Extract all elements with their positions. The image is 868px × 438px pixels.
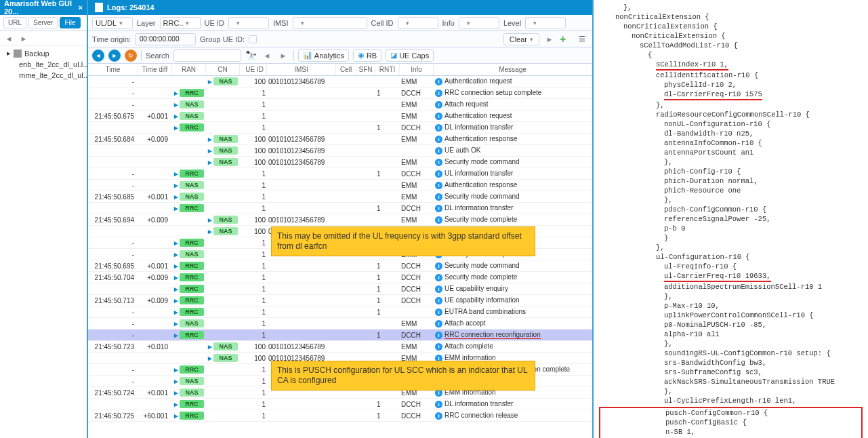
- table-row[interactable]: -▸RRC11DCCHiRRC connection setup complet…: [88, 87, 592, 99]
- info-icon: i: [435, 89, 442, 97]
- cell-ran: ▸RRC: [172, 285, 206, 294]
- url-button[interactable]: URL: [3, 17, 26, 28]
- logs-tab[interactable]: Logs: 254014: [88, 0, 161, 15]
- col-ran[interactable]: RAN: [172, 64, 206, 75]
- table-row[interactable]: -▸NAS1EMMiAttach request: [88, 99, 592, 111]
- col-time[interactable]: Time: [88, 64, 138, 75]
- group-ueid-label: Group UE ID:: [200, 35, 245, 43]
- rb-button[interactable]: ◉RB: [353, 49, 381, 62]
- arrow-icon: ▸: [174, 239, 178, 247]
- table-row[interactable]: 21:45:50.713+0.009▸RRC11DCCHiUE capabili…: [88, 295, 592, 306]
- table-row[interactable]: ▸RRC11DCCHiUE capability enquiry: [88, 283, 592, 295]
- cell-ueid: 1: [240, 412, 267, 420]
- col-msg[interactable]: Message: [434, 64, 592, 75]
- layer-badge: RRC: [180, 331, 204, 339]
- cell-ran: ▸RRC: [172, 412, 206, 420]
- col-sfn[interactable]: SFN: [356, 64, 375, 75]
- arrow-icon: ▸: [174, 412, 178, 420]
- time-origin-input[interactable]: 00:00:00.000: [135, 33, 196, 45]
- col-cell[interactable]: Cell: [336, 64, 356, 75]
- layer-select[interactable]: RRC..▾: [160, 17, 201, 29]
- highlighted-text: sCellIndex-r10 1,: [656, 60, 728, 71]
- col-cn[interactable]: CN: [206, 64, 240, 75]
- detail-line: alpha-r10 al1: [599, 330, 863, 339]
- col-rnti[interactable]: RNTI: [375, 64, 400, 75]
- cellid-select[interactable]: ▾: [398, 17, 438, 29]
- refresh-button[interactable]: ↻: [125, 49, 137, 62]
- clear-button[interactable]: Clear▾: [503, 33, 539, 45]
- imsi-select[interactable]: ▾: [293, 17, 367, 29]
- info-select[interactable]: ▾: [459, 17, 499, 29]
- table-row[interactable]: ▸RRC11DCCHiDL information transfer: [88, 203, 592, 214]
- cell-ran: ▸NAS: [172, 250, 206, 259]
- search-next-icon[interactable]: ►: [277, 49, 289, 62]
- table-row[interactable]: ▸RRC11DCCHiDL information transfer: [88, 399, 592, 410]
- cell-diff: +0.010: [138, 343, 172, 351]
- table-row[interactable]: -▸RRC11iEUTRA band combinations: [88, 306, 592, 318]
- menu-icon[interactable]: ☰: [576, 33, 588, 45]
- table-row[interactable]: ▸NAS100001010123456789EMMiSecurity mode …: [88, 157, 592, 168]
- info-icon: i: [435, 170, 442, 178]
- search-input[interactable]: [173, 49, 241, 62]
- table-row[interactable]: -▸RRC11DCCHiUL information transfer: [88, 168, 592, 180]
- table-row[interactable]: 21:45:50.685+0.001▸NAS1EMMiSecurity mode…: [88, 191, 592, 203]
- tree-file[interactable]: enb_lte_2cc_dl_ul.l...: [0, 59, 87, 70]
- col-info[interactable]: Info: [400, 64, 434, 75]
- detail-line: additionalSpectrumEmissionSCell-r10 1: [599, 282, 863, 292]
- nav-fwd-icon[interactable]: ►: [18, 33, 30, 45]
- nav-next-icon[interactable]: ►: [543, 33, 556, 45]
- binoculars-icon[interactable]: 🔭: [245, 50, 257, 61]
- nav-back-icon[interactable]: ◄: [3, 33, 15, 45]
- table-row[interactable]: -▸NAS1EMMiAuthentication response: [88, 180, 592, 191]
- server-button[interactable]: Server: [28, 17, 58, 28]
- sidebar-tab[interactable]: Amarisoft Web GUI 20... ×: [0, 0, 87, 15]
- layer-badge: NAS: [213, 354, 238, 362]
- detail-panel[interactable]: },nonCriticalExtension {nonCriticalExten…: [594, 0, 868, 438]
- table-row[interactable]: ▸RRC11DCCHiDL information transfer: [88, 122, 592, 134]
- col-diff[interactable]: Time diff: [138, 64, 172, 75]
- cell-cn: ▸NAS: [206, 216, 240, 224]
- table-row[interactable]: 21:45:50.723+0.010▸NAS100001010123456789…: [88, 341, 592, 353]
- cell-diff: +0.009: [138, 274, 172, 281]
- cell-diff: +0.009: [138, 216, 172, 224]
- analytics-button[interactable]: 📊Analytics: [298, 49, 349, 62]
- table-row[interactable]: -▸NAS1EMMiAttach accept: [88, 318, 592, 330]
- add-button[interactable]: +: [560, 33, 572, 45]
- main-panel: Logs: 254014 UL/DL▾ Layer RRC..▾ UE ID ▾…: [88, 0, 594, 438]
- table-row[interactable]: 21:46:50.725+60.001▸RRC11DCCHiRRC connec…: [88, 410, 592, 422]
- layer-badge: NAS: [180, 181, 204, 189]
- group-ueid-checkbox[interactable]: [249, 35, 257, 43]
- close-icon[interactable]: ×: [79, 3, 83, 12]
- uldl-select[interactable]: UL/DL▾: [92, 17, 133, 29]
- col-imsi[interactable]: IMSI: [267, 64, 336, 75]
- file-button[interactable]: File: [60, 17, 80, 28]
- ueid-select[interactable]: ▾: [228, 17, 269, 29]
- table-row[interactable]: -▸NAS100001010123456789EMMiAuthenticatio…: [88, 76, 592, 87]
- table-row[interactable]: 21:45:50.704+0.009▸RRC11DCCHiSecurity mo…: [88, 272, 592, 283]
- tree-file[interactable]: mme_lte_2cc_dl_ul...: [0, 70, 87, 81]
- col-ueid[interactable]: UE ID: [240, 64, 267, 75]
- table-row[interactable]: -▸RRC11DCCHiRRC connection reconfigurati…: [88, 330, 592, 341]
- chevron-right-icon: ▸: [7, 49, 11, 58]
- cell-ueid: 1: [240, 205, 267, 212]
- detail-line: dl-CarrierFreq-r10 1575: [599, 89, 863, 100]
- detail-line: antennaInfoCommon-r10 {: [599, 138, 863, 148]
- message-text: RRC connection setup complete: [445, 89, 541, 96]
- layer-label: Layer: [137, 19, 156, 27]
- search-prev-icon[interactable]: ◄: [261, 49, 273, 62]
- cell-time: -: [88, 251, 138, 258]
- table-row[interactable]: 21:45:50.675+0.001▸NAS1EMMiAuthenticatio…: [88, 111, 592, 122]
- table-row[interactable]: 21:45:50.694+0.009▸NAS100001010123456789…: [88, 214, 592, 226]
- table-row[interactable]: 21:45:50.684+0.009▸NAS100001010123456789…: [88, 134, 592, 145]
- message-text: Security mode command: [445, 158, 520, 165]
- level-select[interactable]: ▾: [525, 17, 566, 29]
- tree-folder[interactable]: ▸ Backup: [0, 47, 87, 59]
- cell-msg: iAuthentication request: [434, 112, 592, 120]
- table-row[interactable]: ▸NAS100001010123456789iUE auth OK: [88, 145, 592, 157]
- cell-ueid: 1: [240, 89, 267, 97]
- nav-next-button[interactable]: ►: [108, 49, 121, 62]
- uecaps-button[interactable]: ◪UE Caps: [386, 49, 434, 62]
- table-row[interactable]: 21:45:50.695+0.001▸RRC11DCCHiSecurity mo…: [88, 260, 592, 272]
- cell-msg: iUE capability enquiry: [434, 285, 592, 293]
- nav-prev-button[interactable]: ◄: [92, 49, 104, 62]
